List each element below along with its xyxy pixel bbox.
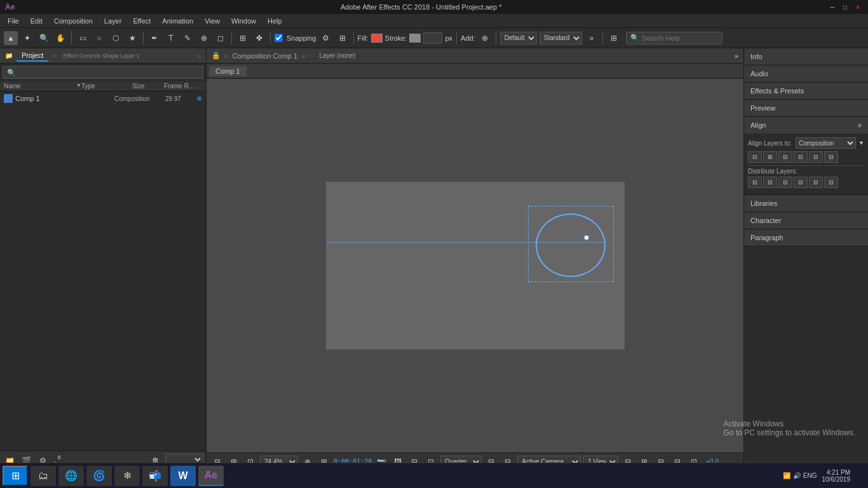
hand-tool[interactable]: ✋ bbox=[53, 31, 67, 45]
taskbar-volume-icon: 🔊 bbox=[793, 472, 801, 479]
info-header[interactable]: Info bbox=[744, 48, 868, 65]
align-bottom-btn[interactable]: ⊟ bbox=[824, 151, 838, 163]
search-help-box[interactable]: 🔍 bbox=[626, 32, 722, 44]
title-bar: Ae Adobe After Effects CC 2018 - Untitle… bbox=[0, 0, 868, 14]
comp-canvas bbox=[326, 182, 625, 349]
libraries-header[interactable]: Libraries bbox=[744, 195, 868, 212]
dist-hcenter-btn[interactable]: ⊟ bbox=[763, 177, 777, 188]
fill-swatch[interactable] bbox=[371, 34, 383, 43]
project-search[interactable] bbox=[0, 64, 206, 81]
col-size-header[interactable]: Size bbox=[132, 83, 164, 90]
search-input[interactable] bbox=[642, 34, 718, 42]
taskbar-explorer[interactable]: 🗂 bbox=[31, 466, 56, 486]
project-item-comp1[interactable]: Comp 1 Composition 29.97 ⊞ bbox=[0, 92, 206, 105]
menu-composition[interactable]: Composition bbox=[49, 16, 98, 26]
menu-help[interactable]: Help bbox=[262, 16, 287, 26]
stroke-width[interactable] bbox=[423, 32, 442, 44]
app-title: Adobe After Effects CC 2018 - Untitled P… bbox=[15, 3, 827, 11]
align-vcenter-btn[interactable]: ⊟ bbox=[809, 151, 823, 163]
col-frame-header[interactable]: Frame R... bbox=[164, 83, 202, 90]
rect-tool[interactable]: ▭ bbox=[76, 31, 90, 45]
eraser-tool[interactable]: ◻ bbox=[214, 31, 227, 45]
poly-tool[interactable]: ⬡ bbox=[109, 31, 123, 45]
taskbar-clock[interactable]: 4:21 PM 10/6/2019 bbox=[822, 469, 851, 483]
taskbar-word[interactable]: W bbox=[170, 466, 196, 486]
comp-panel-header: 🔒 ≡ Composition Comp 1 ≡ Layer (none) » bbox=[207, 48, 743, 64]
align-left-btn[interactable]: ⊟ bbox=[748, 151, 762, 163]
project-search-input[interactable] bbox=[3, 66, 203, 79]
window-controls[interactable]: ─ □ × bbox=[827, 2, 863, 12]
effect-controls-tab[interactable]: Effect Controls Shape Layer 1 bbox=[64, 53, 140, 59]
paragraph-header[interactable]: Paragraph bbox=[744, 229, 868, 246]
menu-edit[interactable]: Edit bbox=[25, 16, 48, 26]
taskbar-app4[interactable]: ❄ bbox=[114, 466, 140, 486]
maximize-button[interactable]: □ bbox=[840, 2, 850, 12]
roto-tool[interactable]: ⊞ bbox=[236, 31, 250, 45]
menu-file[interactable]: File bbox=[3, 16, 24, 26]
comp-tab-comp1[interactable]: Comp 1 bbox=[209, 66, 247, 76]
anchor-tool[interactable]: ✦ bbox=[20, 31, 34, 45]
taskbar-mail[interactable]: 📬 bbox=[142, 466, 168, 486]
item-type: Composition bbox=[114, 95, 165, 102]
zoom-tool[interactable]: 🔍 bbox=[37, 31, 51, 45]
col-type-header[interactable]: Type bbox=[81, 83, 132, 90]
project-tab[interactable]: Project bbox=[17, 50, 48, 62]
taskbar-ae[interactable]: Ae bbox=[198, 466, 224, 486]
menu-effect[interactable]: Effect bbox=[128, 16, 156, 26]
clone-tool[interactable]: ⊕ bbox=[197, 31, 211, 45]
show-desktop-btn[interactable] bbox=[855, 466, 860, 486]
panel-expand-icon[interactable]: » bbox=[197, 52, 201, 60]
workspace-default[interactable]: Default bbox=[500, 32, 537, 44]
character-header[interactable]: Character bbox=[744, 212, 868, 229]
workspace-expand[interactable]: » bbox=[585, 31, 599, 45]
minimize-button[interactable]: ─ bbox=[827, 2, 837, 12]
align-right-btn[interactable]: ⊟ bbox=[778, 151, 792, 163]
align-hcenter-btn[interactable]: ⊞ bbox=[763, 151, 777, 163]
align-target-select[interactable]: Composition bbox=[796, 137, 856, 149]
snapping-checkbox[interactable] bbox=[275, 34, 283, 42]
dist-left-btn[interactable]: ⊟ bbox=[748, 177, 762, 188]
col-name-header[interactable]: Name bbox=[4, 83, 76, 90]
dist-right-btn[interactable]: ⊟ bbox=[778, 177, 792, 188]
align-top-btn[interactable]: ⊟ bbox=[794, 151, 808, 163]
stroke-swatch[interactable] bbox=[409, 34, 421, 43]
audio-header[interactable]: Audio bbox=[744, 65, 868, 82]
text-tool[interactable]: T bbox=[164, 31, 178, 45]
menu-view[interactable]: View bbox=[200, 16, 225, 26]
menu-layer[interactable]: Layer bbox=[99, 16, 127, 26]
align-dropdown-icon[interactable]: ▼ bbox=[858, 140, 864, 146]
taskbar-lang-label[interactable]: ENG bbox=[803, 472, 817, 479]
menu-animation[interactable]: Animation bbox=[157, 16, 198, 26]
align-header[interactable]: Align ≡ bbox=[744, 117, 868, 133]
preview-header[interactable]: Preview bbox=[744, 100, 868, 116]
dist-vcenter-btn[interactable]: ⊟ bbox=[809, 177, 823, 188]
align-menu-icon[interactable]: ≡ bbox=[858, 122, 862, 129]
dist-top-btn[interactable]: ⊟ bbox=[794, 177, 808, 188]
comp-viewer[interactable] bbox=[207, 79, 743, 452]
star-tool[interactable]: ★ bbox=[125, 31, 139, 45]
menu-window[interactable]: Window bbox=[226, 16, 261, 26]
brush-tool[interactable]: ✎ bbox=[180, 31, 194, 45]
selection-tool[interactable]: ▲ bbox=[4, 31, 18, 45]
taskbar-date: 10/6/2019 bbox=[822, 476, 851, 483]
start-button[interactable]: ⊞ bbox=[3, 466, 28, 486]
snap-icon2[interactable]: ⊞ bbox=[336, 31, 349, 45]
center-point[interactable] bbox=[584, 235, 589, 240]
effects-presets-header[interactable]: Effects & Presets bbox=[744, 83, 868, 99]
ellipse-tool[interactable]: ○ bbox=[92, 31, 106, 45]
workspace-standard[interactable]: Standard bbox=[539, 32, 582, 44]
libraries-label: Libraries bbox=[750, 200, 777, 207]
comp-panel-expand[interactable]: » bbox=[735, 52, 738, 60]
dist-bottom-btn[interactable]: ⊟ bbox=[824, 177, 838, 188]
ellipse-shape[interactable] bbox=[536, 214, 606, 277]
puppet-tool[interactable]: ✤ bbox=[252, 31, 266, 45]
snap-options[interactable]: ⚙ bbox=[319, 31, 333, 45]
close-button[interactable]: × bbox=[853, 2, 863, 12]
viewer-options[interactable]: ⊞ bbox=[607, 31, 621, 45]
align-content: Align Layers to: Composition ▼ ⊟ ⊞ ⊟ ⊟ ⊟… bbox=[744, 133, 868, 194]
taskbar-chrome[interactable]: 🌐 bbox=[58, 466, 84, 486]
align-layers-row: Align Layers to: Composition ▼ bbox=[748, 137, 864, 149]
pen-tool[interactable]: ✒ bbox=[147, 31, 161, 45]
add-btn[interactable]: ⊕ bbox=[478, 31, 492, 45]
taskbar-edge[interactable]: 🌀 bbox=[86, 466, 112, 486]
